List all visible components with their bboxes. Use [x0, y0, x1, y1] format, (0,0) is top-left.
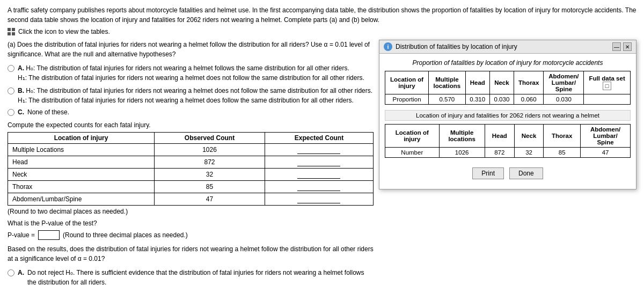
option-a-h0: H₀: The distribution of fatal injuries f…	[26, 64, 349, 72]
table-row: Neck 32	[8, 169, 374, 181]
option-c-text: None of these.	[27, 108, 69, 116]
num-val-3: 85	[544, 148, 581, 158]
option-c-radio[interactable]	[8, 109, 14, 116]
option-b-h0: H₀: The distribution of fatal injuries f…	[26, 87, 372, 94]
row-expected-input-4[interactable]	[265, 193, 373, 206]
col-header-observed: Observed Count	[155, 133, 265, 144]
minimize-button[interactable]: —	[612, 42, 621, 51]
proportion-row: Proportion 0.570 0.310 0.030 0.060 0.030	[385, 94, 631, 105]
option-a-label: A.	[18, 64, 24, 72]
row-observed-2: 32	[155, 169, 265, 181]
prop-val-2: 0.030	[489, 94, 514, 105]
num-col-thorax: Thorax	[544, 125, 581, 148]
prop-col-thorax: Thorax	[514, 71, 544, 94]
row-location-2: Neck	[8, 169, 155, 181]
bottom-text-a: Do not reject H₀. There is sufficient ev…	[27, 268, 374, 285]
table-row: Head 872	[8, 156, 374, 169]
option-a-h1: H₁: The distribution of fatal injuries f…	[18, 74, 364, 82]
expected-input-0[interactable]	[297, 145, 340, 154]
row-expected-input-0[interactable]	[265, 144, 373, 156]
info-icon: i	[384, 42, 392, 51]
row-location-1: Head	[8, 156, 155, 169]
col-header-location: Location of injury	[8, 133, 155, 144]
option-b-content: B. H₀: The distribution of fatal injurie…	[18, 86, 372, 105]
row-observed-1: 872	[155, 156, 265, 169]
done-button[interactable]: Done	[509, 167, 543, 179]
num-col-neck: Neck	[514, 125, 543, 148]
prop-val-0: 0.570	[429, 94, 466, 105]
num-val-1: 872	[485, 148, 514, 158]
prop-col-abdomen: Abdomen/Lumbar/Spine	[544, 71, 584, 94]
option-a-radio[interactable]	[8, 65, 14, 72]
prop-col-multiple: Multiplelocations	[429, 71, 466, 94]
row-location-0: Multiple Locations	[8, 144, 155, 156]
print-button[interactable]: Print	[472, 167, 504, 179]
num-val-2: 32	[514, 148, 543, 158]
pvalue-label: P-value =	[8, 231, 35, 239]
option-b-label: B.	[18, 87, 24, 94]
table1-subtitle: Proportion of fatalities by location of …	[385, 59, 631, 67]
right-panel: i Distribution of fatalities by location…	[379, 40, 636, 285]
modal-titlebar: i Distribution of fatalities by location…	[379, 40, 636, 54]
row-location-3: Thorax	[8, 181, 155, 193]
prop-val-4: 0.030	[544, 94, 584, 105]
modal-footer: Print Done	[385, 163, 631, 184]
num-row-label: Number	[385, 148, 440, 158]
option-c-label: C.	[18, 108, 24, 116]
table-icon[interactable]	[8, 28, 15, 35]
row-expected-input-2[interactable]	[265, 169, 373, 181]
num-col-abdomen: Abdomen/Lumbar/Spine	[581, 125, 631, 148]
expected-input-3[interactable]	[297, 182, 340, 191]
bottom-radio-a[interactable]	[8, 269, 14, 276]
row-observed-3: 85	[155, 181, 265, 193]
prop-col-full: Full data set□	[584, 71, 631, 94]
prop-val-5	[584, 94, 631, 105]
option-c-row: C. None of these.	[8, 108, 374, 116]
row-expected-input-3[interactable]	[265, 181, 373, 193]
option-b-radio[interactable]	[8, 87, 14, 94]
intro-text: A traffic safety company publishes repor…	[8, 5, 636, 25]
what-pvalue: What is the P-value of the test?	[8, 220, 374, 227]
table2-subtitle: Location of injury and fatalities for 20…	[385, 110, 631, 121]
number-row: Number 1026 872 32 85 47	[385, 148, 631, 158]
pvalue-input[interactable]	[38, 230, 60, 240]
num-col-multiple: Multiplelocations	[439, 125, 485, 148]
num-col-injury: Location ofinjury	[385, 125, 440, 148]
pvalue-row: P-value = (Round to three decimal places…	[8, 230, 374, 240]
number-table: Location ofinjury Multiplelocations Head…	[385, 124, 631, 158]
expected-input-1[interactable]	[297, 158, 340, 166]
num-val-4: 47	[581, 148, 631, 158]
prop-col-injury: Location ofinjury	[385, 71, 429, 94]
close-button[interactable]: ✕	[623, 42, 632, 51]
prop-row-label: Proportion	[385, 94, 429, 105]
bottom-option-a: A. Do not reject H₀. There is sufficient…	[8, 268, 374, 285]
prop-val-1: 0.310	[465, 94, 489, 105]
modal-box: i Distribution of fatalities by location…	[379, 40, 636, 189]
injury-table: Location of injury Observed Count Expect…	[8, 132, 374, 206]
num-val-0: 1026	[439, 148, 485, 158]
full-data-button[interactable]: □	[603, 82, 612, 90]
pvalue-round-note: (Round to three decimal places as needed…	[63, 231, 188, 239]
proportion-table: Location ofinjury Multiplelocations Head…	[385, 71, 631, 105]
expected-input-4[interactable]	[297, 195, 340, 203]
row-observed-4: 47	[155, 193, 265, 206]
icon-row: Click the icon to view the tables.	[8, 28, 636, 35]
num-col-head: Head	[485, 125, 514, 148]
intro-paragraph: A traffic safety company publishes repor…	[8, 5, 636, 35]
expected-input-2[interactable]	[297, 170, 340, 179]
col-header-expected: Expected Count	[265, 133, 373, 144]
modal-body: Proportion of fatalities by location of …	[379, 54, 636, 189]
modal-controls: — ✕	[612, 42, 632, 51]
modal-title-content: i Distribution of fatalities by location…	[384, 42, 517, 51]
option-b-h1: H₁: The distribution of fatal injuries f…	[18, 97, 354, 104]
based-on-text: Based on the results, does the distribut…	[8, 244, 374, 264]
option-b-row: B. H₀: The distribution of fatal injurie…	[8, 86, 374, 105]
part-a-question: (a) Does the distribution of fatal injur…	[8, 40, 374, 59]
table-row: Thorax 85	[8, 181, 374, 193]
bottom-label-a: A.	[18, 268, 24, 277]
compute-label: Compute the expected counts for each fat…	[8, 121, 374, 129]
option-a-row: A. H₀: The distribution of fatal injurie…	[8, 63, 374, 83]
icon-label: Click the icon to view the tables.	[18, 28, 110, 35]
row-expected-input-1[interactable]	[265, 156, 373, 169]
modal-title: Distribution of fatalities by location o…	[396, 43, 517, 50]
